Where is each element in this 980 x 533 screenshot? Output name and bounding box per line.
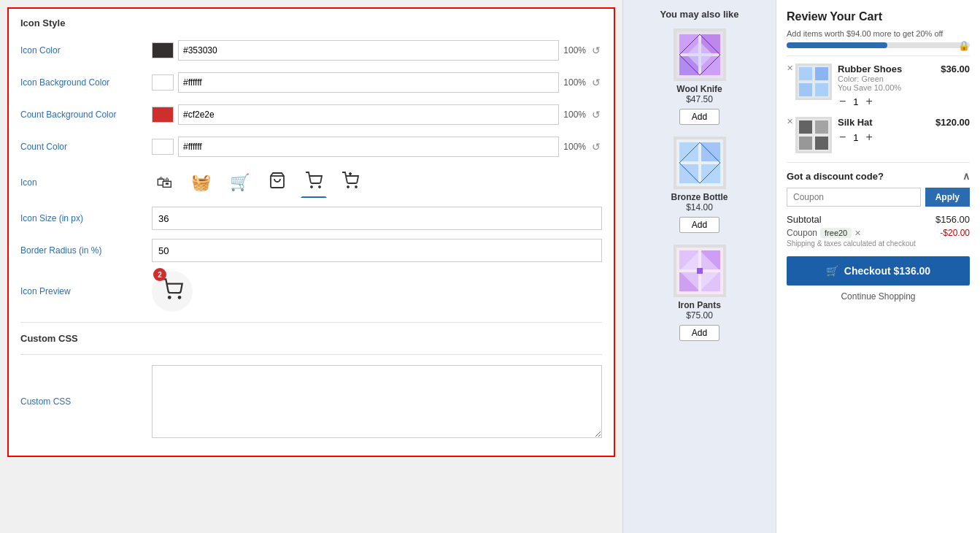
progress-bar-fill [787,42,887,48]
border-radius-row: Border Radius (in %) [20,239,602,262]
icon-preview-cart-icon [161,278,183,305]
custom-css-label: Custom CSS [20,396,152,407]
icon-color-swatch[interactable] [152,42,174,58]
count-color-input[interactable] [178,137,559,157]
qty-decrease-0[interactable]: − [838,95,847,108]
product-price-0: $47.50 [686,94,713,104]
icon-size-input[interactable] [152,207,602,230]
svg-point-7 [169,296,171,299]
svg-rect-37 [799,137,812,150]
svg-rect-31 [815,67,828,80]
coupon-input[interactable] [787,188,921,207]
icon-bg-color-swatch[interactable] [152,74,174,91]
icon-size-control [152,207,602,230]
icon-color-percent: 100% [563,45,586,55]
count-bg-color-control: 100% ↺ [152,104,602,125]
shipping-note: Shipping & taxes calculated at checkout [787,239,970,248]
icon-bg-color-reset-btn[interactable]: ↺ [590,77,602,88]
svg-rect-36 [815,120,828,134]
icon-color-row: Icon Color 100% ↺ [20,39,602,62]
svg-rect-20 [701,164,720,183]
coupon-remove-icon[interactable]: ✕ [854,229,861,238]
svg-rect-30 [799,67,812,80]
cart-item-price-1: $120.00 [935,117,970,128]
border-radius-input[interactable] [152,239,602,262]
icon-size-label: Icon Size (in px) [20,213,152,223]
icon-size-row: Icon Size (in px) [20,207,602,230]
svg-point-8 [179,296,181,299]
qty-control-0: − 1 + [838,95,970,108]
svg-rect-38 [815,137,828,150]
qty-control-1: − 1 + [838,131,970,144]
count-bg-color-input[interactable] [178,104,559,125]
icon-color-reset-btn[interactable]: ↺ [590,45,602,56]
cart-icon-cart4[interactable] [337,167,363,198]
cart-item-name-1: Silk Hat [838,117,873,128]
icon-bg-color-row: Icon Background Color 100% ↺ [20,71,602,94]
discount-row: Apply [787,188,970,207]
cart-item-thumb-0 [795,64,832,100]
icon-bg-color-input[interactable] [178,72,559,93]
chevron-up-icon: ∧ [962,170,970,182]
icon-style-box: Icon Style Icon Color 100% ↺ Icon Backgr… [7,7,615,457]
checkout-label: Checkout $136.00 [844,265,930,277]
subtotal-value: $156.00 [935,214,970,225]
cart-promo-text: Add items worth $94.00 more to get 20% o… [787,29,970,38]
count-bg-color-label: Count Background Color [20,110,152,120]
qty-val-1: 1 [853,132,858,143]
icon-preview-label: Icon Preview [20,286,152,296]
svg-point-3 [347,186,349,188]
count-color-percent: 100% [563,142,586,152]
icon-preview-badge: 2 [153,268,166,281]
coupon-code-badge: free20 [820,228,852,238]
icon-bg-color-control: 100% ↺ [152,72,602,93]
count-color-row: Count Color 100% ↺ [20,135,602,158]
middle-panel: You may also like Wool Knife $47.50 Add [622,0,776,533]
svg-rect-19 [679,164,698,183]
icon-color-input[interactable] [178,40,559,61]
count-color-swatch[interactable] [152,139,174,155]
subtotal-row: Subtotal $156.00 [787,214,970,225]
divider-1 [20,322,602,323]
svg-point-1 [311,186,312,188]
cart-icon-cart1[interactable]: 🛒 [225,169,254,196]
cart-item-close-0[interactable]: ✕ [787,64,793,73]
checkout-button[interactable]: 🛒 Checkout $136.00 [787,256,970,285]
svg-rect-18 [701,142,720,161]
count-color-control: 100% ↺ [152,137,602,157]
qty-increase-1[interactable]: + [865,131,874,144]
product-name-1: Bronze Bottle [671,192,728,202]
qty-decrease-1[interactable]: − [838,131,847,144]
cart-item-name-0: Rubber Shoes [838,64,902,74]
divider-2 [20,354,602,355]
coupon-code: free20 [825,229,847,237]
product-add-btn-2[interactable]: Add [679,325,719,341]
cart-item-close-1[interactable]: ✕ [787,117,793,126]
cart-icon-cart2[interactable] [264,167,290,198]
border-radius-label: Border Radius (in %) [20,245,152,256]
qty-increase-0[interactable]: + [865,95,874,108]
progress-lock-icon: 🔒 [958,40,970,51]
cart-icon-basket[interactable]: 🧺 [187,169,215,196]
icon-color-label: Icon Color [20,45,152,55]
apply-button[interactable]: Apply [925,188,970,207]
count-bg-color-reset-btn[interactable]: ↺ [590,109,602,120]
custom-css-title: Custom CSS [20,333,602,344]
coupon-label: Coupon [787,228,817,238]
product-price-1: $14.00 [686,202,713,212]
count-color-label: Count Color [20,142,152,152]
icon-bg-color-percent: 100% [563,77,586,88]
product-price-2: $75.00 [686,310,713,321]
progress-bar-wrap: 🔒 [787,42,970,48]
count-bg-color-percent: 100% [563,110,586,120]
count-bg-color-swatch[interactable] [152,107,174,123]
svg-rect-33 [815,83,828,96]
continue-shopping-link[interactable]: Continue Shopping [787,291,970,302]
count-color-reset-btn[interactable]: ↺ [590,141,602,153]
cart-icon-bag[interactable]: 🛍 [152,169,177,196]
svg-point-4 [355,186,357,188]
product-add-btn-1[interactable]: Add [679,217,719,233]
custom-css-input[interactable] [152,365,602,438]
product-add-btn-0[interactable]: Add [679,109,719,125]
cart-icon-cart3[interactable] [301,167,327,198]
